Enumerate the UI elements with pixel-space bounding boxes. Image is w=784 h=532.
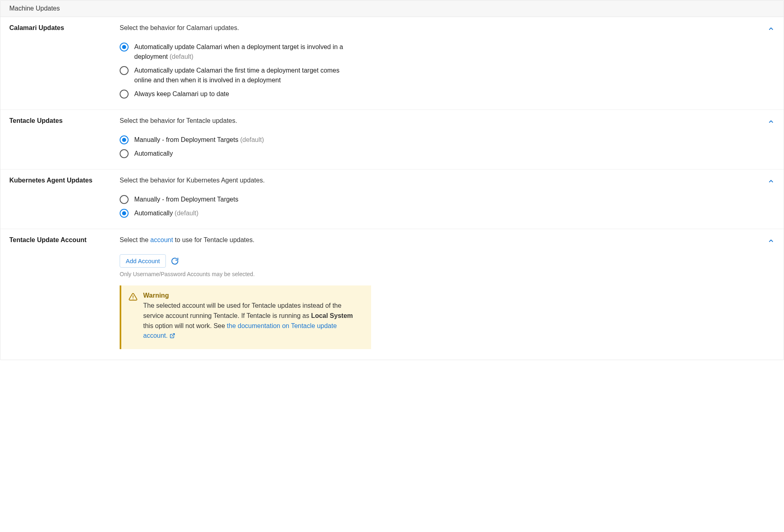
radio-icon — [120, 195, 129, 204]
section-description: Select the behavior for Tentacle updates… — [120, 117, 750, 124]
radio-label: Automatically update Calamari the first … — [134, 66, 345, 85]
section-title: Calamari Updates — [9, 24, 120, 99]
section-title: Tentacle Update Account — [9, 236, 120, 349]
radio-label: Automatically update Calamari when a dep… — [134, 42, 345, 62]
section-description: Select the behavior for Kubernetes Agent… — [120, 177, 750, 184]
radio-label: Manually - from Deployment Targets — [134, 195, 238, 204]
radio-label: Always keep Calamari up to date — [134, 89, 229, 99]
chevron-up-icon[interactable] — [767, 237, 775, 245]
machine-updates-panel: Machine Updates Calamari Updates Select … — [0, 0, 784, 360]
panel-title: Machine Updates — [0, 0, 784, 17]
tentacle-radio-group: Manually - from Deployment Targets (defa… — [120, 135, 750, 159]
radio-label: Automatically — [134, 149, 173, 159]
chevron-up-icon[interactable] — [767, 178, 775, 185]
radio-option[interactable]: Manually - from Deployment Targets — [120, 195, 750, 204]
account-helper-text: Only Username/Password Accounts may be s… — [120, 271, 750, 277]
radio-label: Automatically (default) — [134, 208, 198, 218]
radio-icon — [120, 43, 129, 51]
calamari-radio-group: Automatically update Calamari when a dep… — [120, 42, 750, 99]
chevron-up-icon[interactable] — [767, 25, 775, 32]
svg-line-2 — [172, 334, 174, 336]
section-tentacle-update-account: Tentacle Update Account Select the accou… — [0, 229, 784, 360]
warning-title: Warning — [143, 292, 361, 299]
radio-label: Manually - from Deployment Targets (defa… — [134, 135, 264, 145]
section-kubernetes-agent-updates: Kubernetes Agent Updates Select the beha… — [0, 169, 784, 229]
section-description: Select the behavior for Calamari updates… — [120, 24, 750, 32]
warning-icon — [129, 292, 137, 342]
radio-icon — [120, 209, 129, 218]
radio-icon — [120, 90, 129, 99]
section-calamari-updates: Calamari Updates Select the behavior for… — [0, 17, 784, 110]
radio-icon — [120, 66, 129, 75]
k8s-radio-group: Manually - from Deployment TargetsAutoma… — [120, 195, 750, 218]
section-title: Kubernetes Agent Updates — [9, 177, 120, 218]
radio-option[interactable]: Manually - from Deployment Targets (defa… — [120, 135, 750, 145]
radio-icon — [120, 135, 129, 144]
warning-body: The selected account will be used for Te… — [143, 301, 361, 342]
external-link-icon — [170, 332, 175, 342]
account-link[interactable]: account — [150, 236, 173, 243]
radio-option[interactable]: Automatically (default) — [120, 208, 750, 218]
radio-option[interactable]: Automatically update Calamari when a dep… — [120, 42, 750, 62]
section-title: Tentacle Updates — [9, 117, 120, 159]
radio-option[interactable]: Always keep Calamari up to date — [120, 89, 750, 99]
refresh-icon[interactable] — [171, 257, 179, 265]
warning-alert: Warning The selected account will be use… — [120, 285, 371, 349]
section-tentacle-updates: Tentacle Updates Select the behavior for… — [0, 110, 784, 169]
section-description: Select the account to use for Tentacle u… — [120, 236, 750, 244]
radio-icon — [120, 149, 129, 158]
chevron-up-icon[interactable] — [767, 118, 775, 125]
radio-option[interactable]: Automatically — [120, 149, 750, 159]
radio-option[interactable]: Automatically update Calamari the first … — [120, 66, 750, 85]
add-account-button[interactable]: Add Account — [120, 254, 166, 268]
